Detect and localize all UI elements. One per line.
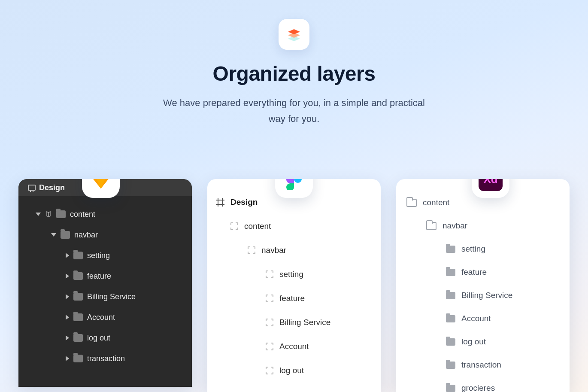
disclosure-down-icon[interactable] (36, 213, 41, 216)
layer-row[interactable]: Account (24, 307, 186, 328)
layer-row[interactable]: transaction (24, 348, 186, 369)
xd-app-icon: Xd (472, 179, 509, 198)
disclosure-right-icon[interactable] (66, 273, 69, 279)
folder-icon (446, 315, 455, 322)
disclosure-right-icon[interactable] (66, 356, 69, 361)
folder-icon (73, 272, 83, 280)
layer-row[interactable]: log out (24, 328, 186, 348)
group-icon (230, 222, 238, 230)
folder-icon (73, 355, 83, 362)
folder-icon (446, 292, 455, 299)
layer-label: navbar (74, 231, 98, 240)
folder-icon (446, 269, 455, 276)
layer-row[interactable]: feature (216, 286, 372, 310)
svg-point-12 (294, 179, 302, 183)
group-icon (266, 367, 273, 374)
panels-row: Design content navbar setting (0, 179, 588, 392)
hero-subtitle: We have prepared everything for you, in … (157, 95, 431, 127)
layer-label: content (244, 222, 271, 231)
layer-row[interactable]: Billing Service (24, 286, 186, 307)
folder-icon (446, 338, 455, 346)
layer-row-navbar[interactable]: navbar (24, 225, 186, 245)
layer-row[interactable]: feature (406, 261, 559, 284)
layer-label: setting (87, 251, 110, 260)
group-icon (266, 319, 273, 326)
layer-row[interactable]: setting (406, 237, 559, 261)
layer-row-navbar[interactable]: navbar (406, 214, 559, 237)
svg-text:Xd: Xd (483, 179, 497, 185)
figma-panel: Design content navbar setting feature Bi… (207, 179, 381, 392)
sketch-panel: Design content navbar setting (18, 179, 192, 387)
xd-panel: Xd content navbar setting feature B (396, 179, 570, 392)
layer-row[interactable]: feature (24, 266, 186, 286)
layer-row[interactable]: Account (406, 307, 559, 330)
folder-icon (446, 385, 455, 392)
layer-label: feature (461, 267, 487, 277)
layer-label: Billing Service (87, 292, 136, 301)
layer-row-content[interactable]: content (24, 204, 186, 225)
layer-row[interactable]: Billing Service (216, 310, 372, 334)
layer-label: navbar (261, 246, 286, 255)
layer-label: Account (87, 313, 115, 322)
layer-label: Account (279, 342, 309, 351)
layer-row[interactable]: transaction (406, 353, 559, 377)
sketch-app-icon (82, 179, 120, 198)
layer-label: log out (279, 366, 304, 375)
layer-row[interactable]: setting (216, 262, 372, 286)
hero-section: Organized layers We have prepared everyt… (0, 0, 588, 127)
folder-icon (446, 362, 455, 369)
folder-icon (73, 252, 83, 259)
layer-label: log out (461, 337, 486, 346)
folder-icon (73, 334, 83, 342)
layer-row-content[interactable]: content (216, 214, 372, 238)
layer-label: content (70, 210, 95, 219)
folder-icon (446, 246, 455, 253)
layer-label: content (423, 198, 449, 207)
disclosure-right-icon[interactable] (66, 253, 69, 258)
layer-label: Billing Service (279, 318, 330, 327)
layer-row[interactable]: log out (406, 330, 559, 353)
layer-row[interactable]: Billing Service (406, 284, 559, 307)
disclosure-right-icon[interactable] (66, 315, 69, 320)
folder-icon (56, 210, 66, 218)
group-icon (266, 270, 273, 278)
artboard-icon (28, 185, 36, 191)
folder-outline-icon (426, 222, 436, 230)
sketch-root-label[interactable]: Design (39, 183, 65, 192)
layer-label: setting (461, 244, 485, 254)
layer-label: transaction (87, 354, 125, 363)
figma-app-icon (275, 179, 313, 198)
group-icon (266, 343, 273, 350)
layer-label: feature (279, 294, 305, 303)
layer-label: navbar (443, 221, 467, 231)
layer-label: feature (87, 272, 111, 281)
layer-label: Design (230, 198, 258, 207)
layer-row[interactable]: log out (216, 359, 372, 383)
hero-title: Organized layers (0, 62, 588, 85)
layers-icon (279, 19, 309, 50)
symbol-icon (45, 211, 52, 218)
frame-icon (216, 198, 224, 207)
folder-icon (73, 313, 83, 321)
layer-row[interactable]: Account (216, 334, 372, 359)
layer-label: setting (279, 270, 303, 279)
layer-row[interactable]: setting (24, 245, 186, 266)
layer-label: Billing Service (461, 291, 512, 300)
layer-label: grocieres (461, 383, 495, 392)
folder-icon (61, 231, 70, 239)
layer-label: Account (461, 314, 491, 323)
layer-label: transaction (461, 360, 501, 370)
group-icon (248, 246, 255, 254)
disclosure-right-icon[interactable] (66, 335, 69, 340)
layer-row-navbar[interactable]: navbar (216, 238, 372, 262)
folder-icon (73, 293, 83, 301)
svg-marker-2 (288, 29, 300, 34)
folder-outline-icon (406, 199, 417, 207)
group-icon (266, 295, 273, 302)
layer-row[interactable]: grocieres (406, 377, 559, 392)
disclosure-down-icon[interactable] (51, 233, 56, 237)
disclosure-right-icon[interactable] (66, 294, 69, 299)
layer-label: log out (87, 334, 110, 343)
